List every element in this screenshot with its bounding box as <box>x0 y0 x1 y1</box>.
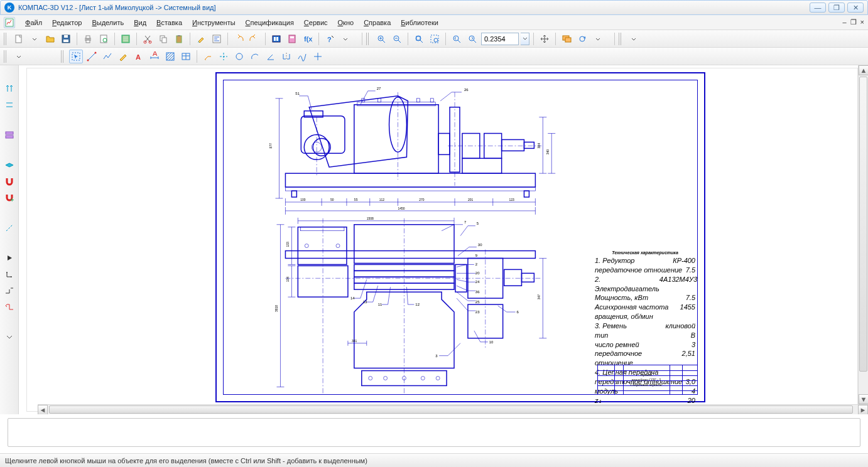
svg-rect-104 <box>521 273 534 282</box>
svg-text:26: 26 <box>464 88 469 92</box>
app-menu-button[interactable] <box>4 17 15 28</box>
svg-rect-28 <box>416 36 420 40</box>
open-button[interactable] <box>43 32 57 46</box>
line-tool[interactable] <box>85 50 99 63</box>
svg-text:25: 25 <box>475 300 480 304</box>
drawing-sheet[interactable]: .bl{stroke:#1009c8;stroke-width:1.5;fill… <box>215 72 705 402</box>
refresh-button[interactable] <box>575 32 589 46</box>
menu-вставка[interactable]: Вставка <box>151 17 187 28</box>
menu-справка[interactable]: Справка <box>359 17 396 28</box>
doc-restore-button[interactable]: ❐ <box>850 18 857 26</box>
svg-rect-67 <box>502 139 524 151</box>
variables-button[interactable]: f(x) <box>301 32 315 46</box>
property-panel[interactable] <box>8 418 860 447</box>
maximize-button[interactable]: ❐ <box>828 3 845 13</box>
menu-сервис[interactable]: Сервис <box>299 17 333 28</box>
toolbar-grip[interactable] <box>366 33 370 45</box>
menu-выделить[interactable]: Выделить <box>87 17 129 28</box>
text-tool[interactable]: A <box>132 50 146 63</box>
svg-text:12: 12 <box>415 303 420 306</box>
menu-библиотеки[interactable]: Библиотеки <box>396 17 443 28</box>
properties-button[interactable] <box>210 32 224 46</box>
print-preview-button[interactable] <box>97 32 111 46</box>
menu-окно[interactable]: Окно <box>333 17 359 28</box>
point-tool[interactable] <box>311 50 325 63</box>
zoom-prev-button[interactable] <box>450 32 464 46</box>
hatch-tool[interactable] <box>163 50 177 63</box>
options-dropdown[interactable] <box>627 32 641 46</box>
doc-close-button[interactable]: × <box>860 18 864 26</box>
angle-tool[interactable] <box>264 50 278 63</box>
circle-tool[interactable] <box>232 50 246 63</box>
collapse-icon[interactable] <box>3 330 16 344</box>
coord-icon[interactable] <box>3 267 16 281</box>
save-button[interactable] <box>59 32 73 46</box>
spec-button[interactable] <box>119 32 133 46</box>
drawing-canvas[interactable]: .bl{stroke:#1009c8;stroke-width:1.5;fill… <box>19 65 868 414</box>
select-tool[interactable] <box>69 50 83 63</box>
zoom-in-button[interactable] <box>374 32 388 46</box>
toolbar-dropdown[interactable] <box>12 50 26 63</box>
horizontal-scrollbar[interactable]: ◄ ► <box>38 404 868 414</box>
format-painter-button[interactable] <box>194 32 208 46</box>
leader-tool[interactable] <box>201 50 215 63</box>
menu-редактор[interactable]: Редактор <box>47 17 87 28</box>
zoom-out-button[interactable] <box>390 32 404 46</box>
menu-вид[interactable]: Вид <box>129 17 151 28</box>
menu-файл[interactable]: Файл <box>20 17 47 28</box>
dimension-tool[interactable]: A <box>148 50 161 63</box>
constraint-horizontal-icon[interactable] <box>3 98 16 112</box>
axis-tool[interactable] <box>217 50 231 63</box>
vertical-scrollbar[interactable]: ▲ ▼ <box>858 65 868 404</box>
svg-rect-44 <box>6 136 13 138</box>
menubar: ФайлРедакторВыделитьВидВставкаИнструмент… <box>0 15 868 30</box>
zoom-input[interactable] <box>481 33 519 45</box>
zoom-next-button[interactable] <box>465 32 479 46</box>
calculator-button[interactable] <box>285 32 299 46</box>
status-bar: Щелкните левой кнопкой мыши на объекте д… <box>0 453 868 467</box>
menu-инструменты[interactable]: Инструменты <box>187 17 241 28</box>
snap-grid-icon[interactable] <box>3 284 16 298</box>
status-text: Щелкните левой кнопкой мыши на объекте д… <box>5 457 367 464</box>
toolbar-grip[interactable] <box>61 50 65 63</box>
note-line: типВ <box>595 331 695 340</box>
orientation-button[interactable] <box>560 32 573 46</box>
mirror-tool[interactable] <box>279 50 293 63</box>
toolbar-grip[interactable] <box>619 33 622 45</box>
cut-button[interactable] <box>141 32 155 46</box>
help-dropdown[interactable] <box>339 32 352 46</box>
menu-спецификация[interactable]: Спецификация <box>241 17 299 28</box>
zoom-dropdown[interactable] <box>521 33 529 45</box>
magnet-button[interactable] <box>3 174 16 188</box>
polyline-tool[interactable] <box>100 50 114 63</box>
copy-button[interactable] <box>156 32 170 46</box>
toolbar-grip[interactable] <box>4 50 8 63</box>
redo-button[interactable] <box>247 32 261 46</box>
help-button[interactable]: ? <box>323 32 337 46</box>
zoom-window-button[interactable] <box>428 32 442 46</box>
minimize-button[interactable]: — <box>810 3 826 13</box>
axis-line-icon[interactable] <box>3 221 16 235</box>
layers-icon[interactable] <box>3 128 16 142</box>
paste-button[interactable] <box>172 32 186 46</box>
print-button[interactable] <box>81 32 95 46</box>
constraint-vertical-icon[interactable] <box>3 82 16 95</box>
magnet-add-button[interactable]: + <box>3 191 16 205</box>
table-tool[interactable] <box>179 50 193 63</box>
new-dropdown[interactable] <box>28 32 41 46</box>
doc-minimize-button[interactable]: – <box>842 18 846 26</box>
snap-point-icon[interactable] <box>3 300 16 314</box>
close-button[interactable]: ✕ <box>847 3 864 13</box>
toolbar-grip[interactable] <box>4 33 8 45</box>
zoom-fit-button[interactable] <box>412 32 426 46</box>
layer-blue-icon[interactable] <box>3 158 16 172</box>
refresh-dropdown[interactable] <box>591 32 605 46</box>
play-icon[interactable] <box>3 251 16 265</box>
edit-tool[interactable] <box>116 50 130 63</box>
new-button[interactable] <box>12 32 26 46</box>
arc-tool[interactable] <box>248 50 262 63</box>
pan-button[interactable] <box>538 32 551 46</box>
library-manager-button[interactable] <box>269 32 283 46</box>
spline-tool[interactable] <box>295 50 309 63</box>
undo-button[interactable] <box>232 32 246 46</box>
